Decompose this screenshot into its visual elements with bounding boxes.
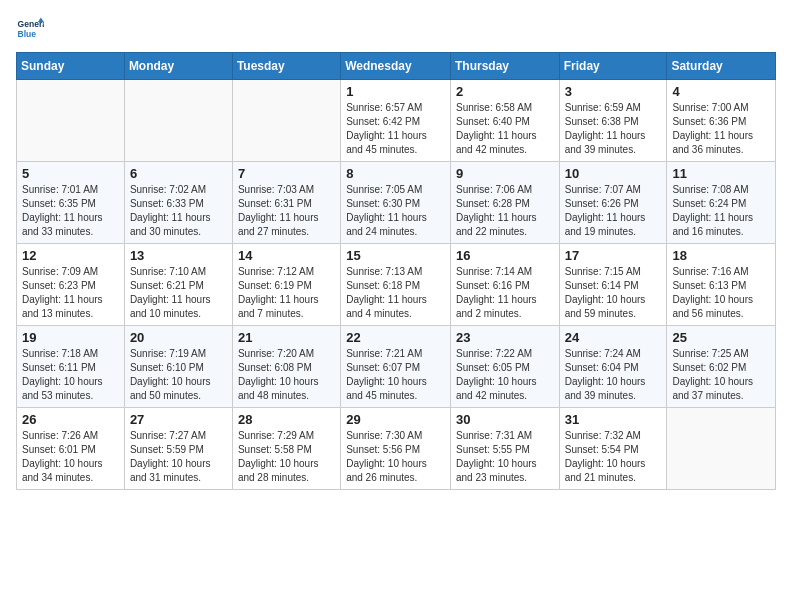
day-number: 24 [565,330,662,345]
day-info: Sunrise: 7:13 AM Sunset: 6:18 PM Dayligh… [346,265,445,321]
logo: General Blue [16,16,48,44]
calendar-cell: 28Sunrise: 7:29 AM Sunset: 5:58 PM Dayli… [232,408,340,490]
calendar-cell: 4Sunrise: 7:00 AM Sunset: 6:36 PM Daylig… [667,80,776,162]
day-info: Sunrise: 7:22 AM Sunset: 6:05 PM Dayligh… [456,347,554,403]
day-info: Sunrise: 7:27 AM Sunset: 5:59 PM Dayligh… [130,429,227,485]
calendar-cell: 10Sunrise: 7:07 AM Sunset: 6:26 PM Dayli… [559,162,667,244]
day-info: Sunrise: 7:09 AM Sunset: 6:23 PM Dayligh… [22,265,119,321]
calendar-cell [17,80,125,162]
calendar-cell: 11Sunrise: 7:08 AM Sunset: 6:24 PM Dayli… [667,162,776,244]
day-number: 11 [672,166,770,181]
day-info: Sunrise: 7:05 AM Sunset: 6:30 PM Dayligh… [346,183,445,239]
day-info: Sunrise: 7:19 AM Sunset: 6:10 PM Dayligh… [130,347,227,403]
day-number: 31 [565,412,662,427]
weekday-header: Tuesday [232,53,340,80]
calendar-cell: 22Sunrise: 7:21 AM Sunset: 6:07 PM Dayli… [341,326,451,408]
calendar-cell: 5Sunrise: 7:01 AM Sunset: 6:35 PM Daylig… [17,162,125,244]
day-number: 18 [672,248,770,263]
day-number: 10 [565,166,662,181]
day-number: 28 [238,412,335,427]
weekday-header-row: SundayMondayTuesdayWednesdayThursdayFrid… [17,53,776,80]
day-number: 30 [456,412,554,427]
day-info: Sunrise: 7:00 AM Sunset: 6:36 PM Dayligh… [672,101,770,157]
day-info: Sunrise: 7:21 AM Sunset: 6:07 PM Dayligh… [346,347,445,403]
calendar-cell [124,80,232,162]
day-number: 23 [456,330,554,345]
day-number: 3 [565,84,662,99]
day-number: 19 [22,330,119,345]
calendar-cell: 19Sunrise: 7:18 AM Sunset: 6:11 PM Dayli… [17,326,125,408]
day-info: Sunrise: 7:14 AM Sunset: 6:16 PM Dayligh… [456,265,554,321]
day-number: 7 [238,166,335,181]
day-number: 21 [238,330,335,345]
calendar-cell [232,80,340,162]
calendar-week-row: 26Sunrise: 7:26 AM Sunset: 6:01 PM Dayli… [17,408,776,490]
calendar-week-row: 19Sunrise: 7:18 AM Sunset: 6:11 PM Dayli… [17,326,776,408]
day-number: 25 [672,330,770,345]
calendar-cell: 13Sunrise: 7:10 AM Sunset: 6:21 PM Dayli… [124,244,232,326]
day-info: Sunrise: 7:24 AM Sunset: 6:04 PM Dayligh… [565,347,662,403]
day-info: Sunrise: 7:06 AM Sunset: 6:28 PM Dayligh… [456,183,554,239]
calendar-cell: 29Sunrise: 7:30 AM Sunset: 5:56 PM Dayli… [341,408,451,490]
day-info: Sunrise: 7:31 AM Sunset: 5:55 PM Dayligh… [456,429,554,485]
day-info: Sunrise: 7:18 AM Sunset: 6:11 PM Dayligh… [22,347,119,403]
calendar-cell: 23Sunrise: 7:22 AM Sunset: 6:05 PM Dayli… [450,326,559,408]
calendar-cell: 15Sunrise: 7:13 AM Sunset: 6:18 PM Dayli… [341,244,451,326]
day-info: Sunrise: 7:20 AM Sunset: 6:08 PM Dayligh… [238,347,335,403]
calendar-cell: 2Sunrise: 6:58 AM Sunset: 6:40 PM Daylig… [450,80,559,162]
header-row: General Blue [16,16,776,44]
day-info: Sunrise: 7:03 AM Sunset: 6:31 PM Dayligh… [238,183,335,239]
calendar-cell: 31Sunrise: 7:32 AM Sunset: 5:54 PM Dayli… [559,408,667,490]
calendar-week-row: 1Sunrise: 6:57 AM Sunset: 6:42 PM Daylig… [17,80,776,162]
day-info: Sunrise: 7:16 AM Sunset: 6:13 PM Dayligh… [672,265,770,321]
day-info: Sunrise: 7:32 AM Sunset: 5:54 PM Dayligh… [565,429,662,485]
day-number: 12 [22,248,119,263]
day-info: Sunrise: 6:57 AM Sunset: 6:42 PM Dayligh… [346,101,445,157]
day-info: Sunrise: 7:02 AM Sunset: 6:33 PM Dayligh… [130,183,227,239]
day-info: Sunrise: 7:10 AM Sunset: 6:21 PM Dayligh… [130,265,227,321]
day-number: 22 [346,330,445,345]
calendar-cell: 24Sunrise: 7:24 AM Sunset: 6:04 PM Dayli… [559,326,667,408]
day-info: Sunrise: 7:08 AM Sunset: 6:24 PM Dayligh… [672,183,770,239]
calendar-cell: 30Sunrise: 7:31 AM Sunset: 5:55 PM Dayli… [450,408,559,490]
day-number: 29 [346,412,445,427]
day-info: Sunrise: 7:29 AM Sunset: 5:58 PM Dayligh… [238,429,335,485]
day-number: 5 [22,166,119,181]
calendar-cell: 18Sunrise: 7:16 AM Sunset: 6:13 PM Dayli… [667,244,776,326]
weekday-header: Monday [124,53,232,80]
calendar-cell: 21Sunrise: 7:20 AM Sunset: 6:08 PM Dayli… [232,326,340,408]
calendar-cell: 26Sunrise: 7:26 AM Sunset: 6:01 PM Dayli… [17,408,125,490]
day-number: 13 [130,248,227,263]
day-number: 8 [346,166,445,181]
calendar-cell: 9Sunrise: 7:06 AM Sunset: 6:28 PM Daylig… [450,162,559,244]
calendar-week-row: 5Sunrise: 7:01 AM Sunset: 6:35 PM Daylig… [17,162,776,244]
day-number: 1 [346,84,445,99]
day-number: 26 [22,412,119,427]
day-number: 4 [672,84,770,99]
day-number: 17 [565,248,662,263]
day-number: 20 [130,330,227,345]
calendar-cell: 17Sunrise: 7:15 AM Sunset: 6:14 PM Dayli… [559,244,667,326]
day-info: Sunrise: 7:26 AM Sunset: 6:01 PM Dayligh… [22,429,119,485]
day-info: Sunrise: 6:59 AM Sunset: 6:38 PM Dayligh… [565,101,662,157]
day-info: Sunrise: 7:25 AM Sunset: 6:02 PM Dayligh… [672,347,770,403]
weekday-header: Wednesday [341,53,451,80]
logo-icon: General Blue [16,16,44,44]
day-number: 15 [346,248,445,263]
day-number: 6 [130,166,227,181]
calendar-cell: 14Sunrise: 7:12 AM Sunset: 6:19 PM Dayli… [232,244,340,326]
day-number: 14 [238,248,335,263]
calendar-cell [667,408,776,490]
weekday-header: Sunday [17,53,125,80]
day-info: Sunrise: 7:01 AM Sunset: 6:35 PM Dayligh… [22,183,119,239]
calendar-container: General Blue SundayMondayTuesdayWednesda… [0,0,792,500]
day-info: Sunrise: 6:58 AM Sunset: 6:40 PM Dayligh… [456,101,554,157]
weekday-header: Thursday [450,53,559,80]
calendar-cell: 12Sunrise: 7:09 AM Sunset: 6:23 PM Dayli… [17,244,125,326]
day-number: 2 [456,84,554,99]
calendar-cell: 20Sunrise: 7:19 AM Sunset: 6:10 PM Dayli… [124,326,232,408]
weekday-header: Friday [559,53,667,80]
calendar-week-row: 12Sunrise: 7:09 AM Sunset: 6:23 PM Dayli… [17,244,776,326]
calendar-cell: 7Sunrise: 7:03 AM Sunset: 6:31 PM Daylig… [232,162,340,244]
day-info: Sunrise: 7:07 AM Sunset: 6:26 PM Dayligh… [565,183,662,239]
